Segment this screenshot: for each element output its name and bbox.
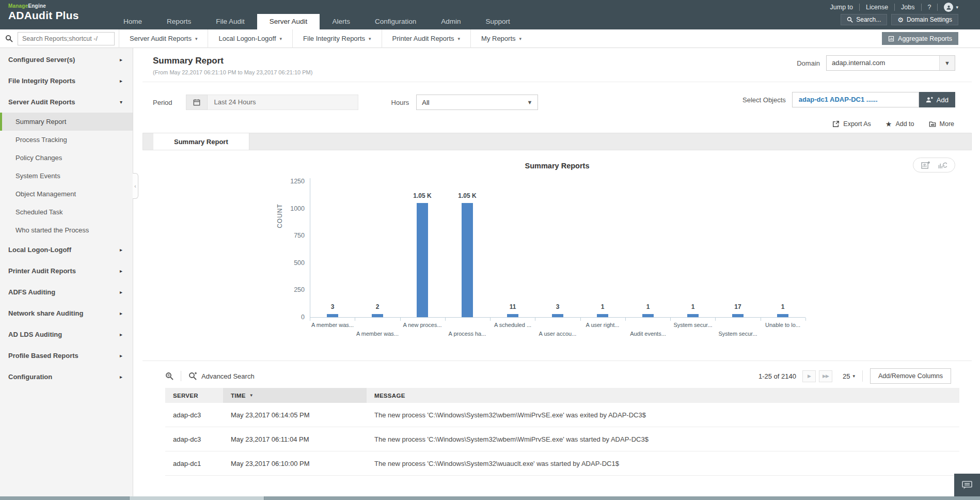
x-category-label: A scheduled ...: [479, 322, 546, 328]
header-quick-links: Jump toLicenseJobs? ▾: [824, 2, 958, 12]
sidebar-group[interactable]: Network share Auditing▸: [0, 303, 133, 324]
report-search-input[interactable]: [18, 32, 115, 45]
sidebar-group[interactable]: ADFS Auditing▸: [0, 282, 133, 303]
sidebar-group[interactable]: Profile Based Reports▸: [0, 345, 133, 366]
report-icon: [888, 36, 894, 42]
sidebar-item[interactable]: Object Management: [0, 185, 133, 203]
advanced-search-label[interactable]: Advanced Search: [201, 372, 255, 380]
sidebar-group[interactable]: AD LDS Auditing▸: [0, 324, 133, 345]
bar-value-label: 2: [354, 303, 401, 310]
sidebar-group[interactable]: Configuration▸: [0, 366, 133, 387]
select-objects: Select Objects adap-dc1 ADAP-DC1 ...... …: [742, 92, 955, 107]
bar-2[interactable]: [417, 203, 428, 317]
x-tick-mark: [625, 318, 626, 321]
feedback-chat-button[interactable]: [954, 474, 980, 496]
bar-6[interactable]: [597, 314, 608, 317]
table-row[interactable]: adap-dc3May 23,2017 06:14:05 PMThe new p…: [165, 403, 959, 427]
next-page-button[interactable]: ▶: [802, 370, 816, 382]
bar-5[interactable]: [552, 314, 563, 317]
sidebar-item[interactable]: Process Tracking: [0, 131, 133, 149]
page-size-dropdown[interactable]: 25 ▾: [843, 372, 855, 380]
export-as-button[interactable]: Export As: [832, 120, 871, 128]
more-button[interactable]: More: [929, 120, 954, 128]
column-header-time[interactable]: TIME ▼: [223, 388, 367, 403]
sidebar-item[interactable]: System Events: [0, 167, 133, 185]
x-tick-mark: [670, 318, 671, 321]
header-quick-link[interactable]: License: [860, 4, 895, 11]
bar-0[interactable]: [327, 314, 338, 317]
bar-value-label: 17: [715, 303, 761, 310]
primary-nav-tab[interactable]: Home: [111, 14, 154, 29]
domain-settings-button[interactable]: ⚙ Domain Settings: [891, 14, 958, 25]
chevron-down-icon: ▼: [527, 99, 532, 105]
zoom-search-icon[interactable]: [165, 372, 173, 380]
sidebar-group[interactable]: Printer Audit Reports▸: [0, 260, 133, 282]
global-search-button[interactable]: Search...: [841, 14, 887, 25]
period-picker[interactable]: Last 24 Hours: [186, 95, 358, 110]
header-quick-link[interactable]: Jobs: [895, 4, 921, 11]
sidebar-item[interactable]: Who started the Process: [0, 221, 133, 239]
chevron-down-icon: ▾: [852, 373, 855, 379]
header-quick-link[interactable]: Jump to: [824, 4, 860, 11]
last-page-button[interactable]: ▶▶: [819, 370, 832, 382]
primary-nav-tab[interactable]: File Audit: [203, 14, 257, 29]
select-objects-field[interactable]: adap-dc1 ADAP-DC1 ......: [792, 92, 919, 107]
chevron-icon: ▸: [120, 310, 122, 316]
sidebar-item[interactable]: Policy Changes: [0, 149, 133, 167]
bar-9[interactable]: [732, 314, 744, 317]
aggregate-reports-button[interactable]: Aggregate Reports: [882, 32, 958, 45]
report-menu-item[interactable]: File Integrity Reports▾: [292, 29, 381, 48]
primary-nav-tab[interactable]: Server Audit: [257, 14, 320, 29]
filter-controls: Period Last 24 Hours Hours All ▼ Select …: [143, 82, 972, 112]
horizontal-scrollbar-thumb[interactable]: [129, 496, 264, 500]
sidebar-group[interactable]: File Integrity Reports▸: [0, 70, 133, 91]
user-menu[interactable]: ▾: [938, 3, 958, 12]
bar-8[interactable]: [687, 314, 699, 317]
chevron-down-icon: ▾: [458, 36, 461, 41]
x-category-label: System secur...: [704, 331, 771, 337]
primary-nav-tab[interactable]: Support: [473, 14, 522, 29]
bar-10[interactable]: [777, 314, 788, 317]
add-objects-button[interactable]: Add: [919, 92, 955, 107]
sidebar-group[interactable]: Server Audit Reports▾: [0, 91, 133, 113]
header-quick-link[interactable]: ?: [922, 4, 938, 11]
pagination: 1-25 of 2140 ▶ ▶▶ 25 ▾ Add/Remove Column…: [758, 368, 951, 384]
column-header-server[interactable]: SERVER: [165, 388, 223, 403]
horizontal-scrollbar[interactable]: [0, 496, 980, 500]
x-tick-mark: [715, 318, 716, 321]
bar-1[interactable]: [372, 314, 383, 317]
primary-nav-tab[interactable]: Alerts: [320, 14, 362, 29]
sidebar-collapse-handle[interactable]: ‹: [133, 173, 138, 199]
primary-nav-tab[interactable]: Configuration: [362, 14, 429, 29]
y-tick-label: 750: [274, 232, 305, 239]
tab-summary-report[interactable]: Summary Report: [153, 133, 249, 150]
hours-value: All: [422, 99, 429, 106]
report-menu-item[interactable]: My Reports▾: [470, 29, 532, 48]
bar-4[interactable]: [507, 314, 518, 317]
table-row[interactable]: adap-dc1May 23,2017 06:10:00 PMThe new p…: [165, 451, 959, 476]
primary-nav-tab[interactable]: Reports: [154, 14, 203, 29]
primary-nav-tab[interactable]: Admin: [429, 14, 473, 29]
table-row[interactable]: adap-dc3May 23,2017 06:11:04 PMThe new p…: [165, 427, 959, 451]
domain-dropdown[interactable]: adap.internal.com ▼: [826, 55, 955, 71]
advanced-search-icon[interactable]: [188, 372, 197, 380]
column-header-message[interactable]: MESSAGE: [367, 388, 959, 403]
bar-7[interactable]: [642, 314, 654, 317]
chevron-down-icon: ▾: [369, 36, 371, 41]
add-to-button[interactable]: ★ Add to: [886, 120, 914, 128]
add-remove-columns-button[interactable]: Add/Remove Columns: [870, 368, 951, 384]
hours-dropdown[interactable]: All ▼: [416, 95, 538, 110]
report-menu-item[interactable]: Printer Audit Reports▾: [382, 29, 470, 48]
sidebar-group[interactable]: Configured Server(s)▸: [0, 49, 133, 70]
sidebar-item[interactable]: Scheduled Task: [0, 203, 133, 221]
quick-links-list: Jump toLicenseJobs?: [824, 4, 938, 11]
report-menu-item[interactable]: Server Audit Reports▾: [119, 29, 208, 48]
sidebar-item[interactable]: Summary Report: [0, 113, 133, 131]
report-menu-item[interactable]: Local Logon-Logoff▾: [208, 29, 292, 48]
user-menu-caret-icon: ▾: [956, 5, 958, 10]
bar-value-label: 1: [760, 303, 806, 310]
sidebar-group[interactable]: Local Logon-Logoff▸: [0, 239, 133, 260]
bar-3[interactable]: [462, 203, 473, 317]
chevron-icon: ▸: [120, 289, 122, 295]
x-tick-mark: [355, 318, 355, 321]
